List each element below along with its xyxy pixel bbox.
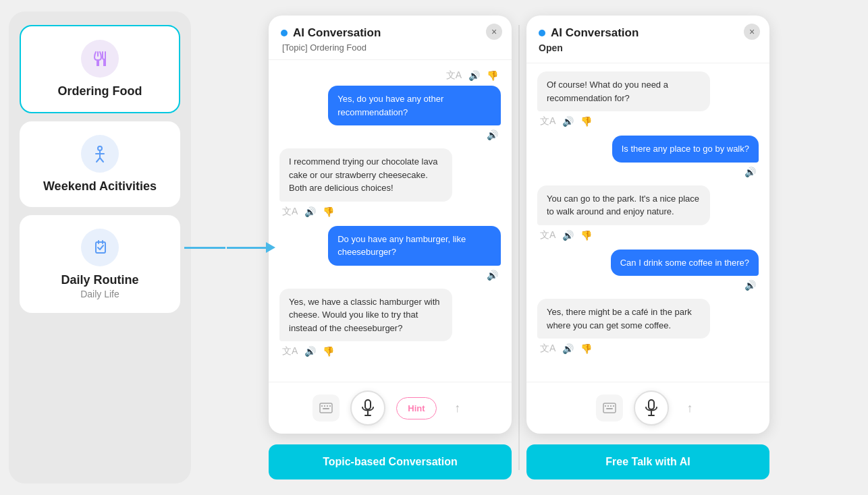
left-panel: Ordering Food Weekend Acitivities [9,11,191,484]
right-chat-topic: Open [539,40,757,56]
r-translate-icon-ai2[interactable]: 文A [540,229,555,241]
svg-rect-9 [365,400,371,409]
topic-title-food: Ordering Food [58,84,142,98]
right-chat-close-btn[interactable]: × [744,24,760,40]
left-chat-panel: AI Conversation × [Topic] Ordering Food … [269,16,512,434]
msg-bubble-user-2: Do you have any hamburger, like cheesebu… [328,226,501,266]
svg-point-1 [98,146,102,150]
food-icon [81,40,119,78]
r-msg-bubble-user-1: Is there any place to go by walk? [612,136,759,163]
left-chat-input-bar: Hint ↑ [269,382,512,434]
right-chat-header: AI Conversation × Open [526,16,769,63]
r-thumbsdown-icon-ai3[interactable]: 👎 [580,343,592,354]
topic-title-weekend: Weekend Acitivities [43,179,157,194]
r-volume-icon-u1[interactable]: 🔊 [744,167,756,177]
weekend-icon [81,135,119,173]
thumbsdown-icon-ai2[interactable]: 👎 [323,346,334,357]
topic-subtitle-daily: Daily Life [80,289,119,299]
r-msg-row-5: Yes, there might be a café in the park w… [537,299,759,356]
arrow-indicator [184,242,275,253]
right-chat-messages: Of course! What do you need a recommenda… [526,63,769,382]
volume-icon-u1b[interactable]: 🔊 [487,129,498,140]
r-msg-actions-ai3: 文A 🔊 👎 [537,341,759,356]
topic-card-daily[interactable]: Daily Routine Daily Life [20,215,180,313]
r-msg-row-3: You can go to the park. It's a nice plac… [537,185,759,243]
left-chat-title: AI Conversation [281,26,499,40]
r-msg-bubble-user-2: Can I drink some coffee in there? [611,250,759,276]
r-msg-actions-u2: 🔊 [537,279,759,292]
thumbsdown-icon-u1[interactable]: 👎 [487,70,498,81]
svg-rect-5 [324,405,325,407]
left-chat-messages: 文A 🔊 👎 Yes, do you have any other recomm… [269,60,512,382]
keyboard-btn-right[interactable] [596,395,623,421]
r-msg-bubble-ai-3: Yes, there might be a café in the park w… [537,299,710,339]
r-msg-bubble-ai-2: You can go to the park. It's a nice plac… [537,185,710,225]
volume-icon-u2[interactable]: 🔊 [487,270,498,281]
msg-bubble-ai-1: I recommend trying our chocolate lava ca… [279,148,452,202]
svg-rect-7 [329,405,331,407]
volume-icon-u1[interactable]: 🔊 [468,70,480,81]
topic-conversation-btn[interactable]: Topic-based Conversation [269,444,512,479]
r-translate-icon-ai3[interactable]: 文A [540,343,555,355]
msg-row-2: I recommend trying our chocolate lava ca… [279,148,501,219]
r-msg-row-2: Is there any place to go by walk? 🔊 [537,136,759,179]
r-msg-actions-u1: 🔊 [537,165,759,179]
msg-actions-u2: 🔊 [279,268,501,282]
vertical-divider [518,25,520,470]
r-volume-icon-ai2[interactable]: 🔊 [562,230,574,241]
right-chat-panel: AI Conversation × Open Of course! What d… [526,16,769,434]
right-chat-title-text: AI Conversation [551,26,639,40]
svg-rect-15 [610,405,612,407]
translate-icon-ai1[interactable]: 文A [282,206,298,218]
topic-card-ordering-food[interactable]: Ordering Food [20,25,180,113]
hint-btn-left[interactable]: Hint [396,397,436,419]
svg-rect-18 [649,400,654,409]
left-chat-close-btn[interactable]: × [486,24,502,40]
main-container: Ordering Food Weekend Acitivities [9,8,859,487]
thumbsdown-icon-ai1[interactable]: 👎 [323,206,334,217]
blue-dot-left [281,30,288,36]
daily-icon [81,229,119,266]
keyboard-btn-left[interactable] [313,395,340,421]
right-chat-section: AI Conversation × Open Of course! What d… [526,16,769,479]
mic-btn-right[interactable] [634,390,669,426]
msg-row-4: Yes, we have a classic hamburger with ch… [279,289,501,359]
mic-btn-left[interactable] [350,390,385,426]
svg-rect-8 [323,408,329,409]
translate-icon-u1[interactable]: 文A [446,69,462,82]
msg-actions-u1-below: 🔊 [279,128,501,142]
r-volume-icon-ai3[interactable]: 🔊 [562,343,574,354]
blue-dot-right [539,30,545,36]
r-thumbsdown-icon-ai1[interactable]: 👎 [580,116,592,127]
r-msg-bubble-ai-1: Of course! What do you need a recommenda… [537,71,710,111]
svg-rect-17 [606,408,613,409]
msg-actions-u1: 文A 🔊 👎 [279,68,501,83]
msg-actions-ai2: 文A 🔊 👎 [279,344,501,359]
r-volume-icon-ai1[interactable]: 🔊 [562,116,574,127]
r-volume-icon-u2[interactable]: 🔊 [744,280,756,291]
right-chat-title: AI Conversation [539,26,757,40]
msg-actions-ai1: 文A 🔊 👎 [279,204,501,219]
r-msg-row-4: Can I drink some coffee in there? 🔊 [537,250,759,293]
topic-title-daily: Daily Routine [61,273,138,287]
volume-icon-ai1[interactable]: 🔊 [304,206,316,217]
r-msg-actions-ai1: 文A 🔊 👎 [537,114,759,129]
topic-card-weekend[interactable]: Weekend Acitivities [20,121,180,207]
volume-icon-ai2[interactable]: 🔊 [304,346,316,357]
left-chat-header: AI Conversation × [Topic] Ordering Food [269,16,512,60]
r-msg-actions-ai2: 文A 🔊 👎 [537,228,759,243]
translate-icon-ai2[interactable]: 文A [282,345,298,357]
up-arrow-btn-right[interactable]: ↑ [680,398,700,418]
free-talk-btn[interactable]: Free Talk with AI [526,444,769,479]
r-translate-icon-ai1[interactable]: 文A [540,115,555,127]
svg-rect-4 [321,405,323,407]
msg-row-1: 文A 🔊 👎 Yes, do you have any other recomm… [279,68,501,142]
left-chat-title-text: AI Conversation [293,26,381,40]
svg-rect-16 [613,405,614,407]
right-chat-input-bar: ↑ [526,382,769,434]
svg-rect-6 [327,405,328,407]
up-arrow-btn-left[interactable]: ↑ [447,398,468,418]
r-thumbsdown-icon-ai2[interactable]: 👎 [580,230,592,241]
r-msg-row-1: Of course! What do you need a recommenda… [537,71,759,129]
msg-bubble-user-1: Yes, do you have any other recommendatio… [328,86,501,125]
